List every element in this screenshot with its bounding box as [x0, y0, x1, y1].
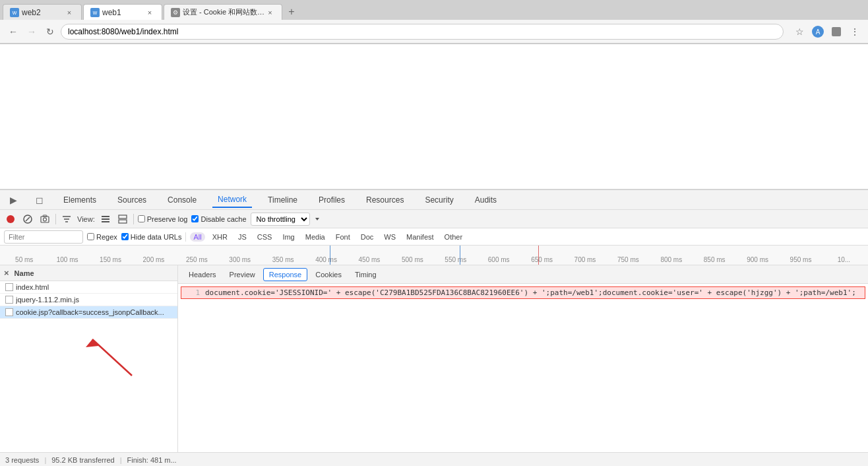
throttle-dropdown-icon — [314, 216, 321, 222]
url-bar[interactable] — [61, 24, 784, 40]
tl-50ms: 50 ms — [3, 256, 46, 263]
throttle-select[interactable]: No throttling — [251, 213, 310, 226]
preserve-log-checkbox-label[interactable]: Preserve log — [138, 215, 188, 223]
tl-500ms: 500 ms — [391, 256, 434, 263]
svg-rect-15 — [119, 220, 127, 223]
close-detail-button[interactable]: × — [4, 268, 9, 278]
filter-doc-btn[interactable]: Doc — [357, 232, 377, 242]
tab-sources[interactable]: Sources — [112, 193, 152, 207]
file-item-cookie[interactable]: cookie.jsp?callback=success_jsonpCallbac… — [0, 306, 177, 319]
address-bar: ← → ↻ ☆ A ⋮ — [0, 20, 868, 44]
svg-rect-2 — [832, 27, 841, 36]
tab-console[interactable]: Console — [162, 193, 202, 207]
filter-css-btn[interactable]: CSS — [254, 232, 276, 242]
extensions-button[interactable] — [828, 24, 844, 40]
disable-cache-checkbox-label[interactable]: Disable cache — [191, 215, 246, 223]
tab-security[interactable]: Security — [419, 193, 458, 207]
svg-text:A: A — [816, 28, 821, 36]
file-items: index.html jquery-1.11.2.min.js cookie.j… — [0, 281, 177, 452]
file-list: × Name index.html jquery-1.11.2.min.js c… — [0, 265, 178, 452]
tab-timeline[interactable]: Timeline — [263, 193, 303, 207]
filter-manifest-btn[interactable]: Manifest — [403, 232, 437, 242]
devtools-inspect-button[interactable]: ▶ — [5, 192, 21, 208]
tab-network[interactable]: Network — [212, 192, 252, 208]
preserve-log-label: Preserve log — [147, 215, 188, 223]
tab-audits[interactable]: Audits — [470, 193, 502, 207]
svg-rect-13 — [102, 221, 109, 222]
file-item-jquery[interactable]: jquery-1.11.2.min.js — [0, 294, 177, 306]
camera-icon — [40, 214, 50, 224]
file-list-name-header: Name — [15, 269, 34, 277]
browser-chrome: w web2 × w web1 × ⚙ 设置 - Cookie 和网站数据...… — [0, 0, 868, 44]
browser-actions: ☆ A ⋮ — [791, 24, 863, 40]
view-list-icon — [100, 214, 111, 224]
view-large-button[interactable] — [116, 213, 129, 226]
file-icon-cookie — [5, 308, 13, 316]
back-button[interactable]: ← — [5, 24, 21, 40]
filter-all-btn[interactable]: All — [190, 232, 204, 242]
tl-marker-red — [538, 246, 539, 265]
tab-web2[interactable]: w web2 × — [3, 4, 82, 20]
tab-resources[interactable]: Resources — [361, 193, 409, 207]
timeline-bar: 50 ms 100 ms 150 ms 200 ms 250 ms 300 ms… — [0, 246, 868, 265]
tl-marker-blue-1 — [330, 246, 330, 265]
tab-profiles[interactable]: Profiles — [313, 193, 350, 207]
regex-checkbox-label[interactable]: Regex — [87, 233, 117, 241]
tab-web2-close[interactable]: × — [64, 7, 75, 18]
hide-data-urls-label[interactable]: Hide data URLs — [121, 233, 182, 241]
filter-input[interactable] — [4, 230, 83, 244]
bookmark-button[interactable]: ☆ — [791, 24, 807, 40]
status-requests: 3 requests — [5, 456, 39, 464]
filter-xhr-btn[interactable]: XHR — [209, 232, 231, 242]
devtools-device-button[interactable]: ◻ — [32, 192, 47, 208]
detail-tab-headers[interactable]: Headers — [183, 269, 222, 281]
menu-button[interactable]: ⋮ — [847, 24, 863, 40]
status-finish: Finish: 481 m... — [127, 456, 176, 464]
filter-divider — [185, 232, 186, 242]
filter-media-btn[interactable]: Media — [302, 232, 328, 242]
tl-200ms: 200 ms — [132, 256, 175, 263]
tab-web1-icon: w — [90, 8, 100, 17]
file-icon-index — [5, 283, 13, 291]
svg-point-6 — [44, 218, 47, 221]
camera-button[interactable] — [38, 213, 51, 226]
status-transferred: 95.2 KB transferred — [51, 456, 114, 464]
status-sep-1: | — [44, 456, 46, 464]
filter-font-btn[interactable]: Font — [332, 232, 354, 242]
svg-rect-14 — [119, 215, 127, 218]
clear-button[interactable] — [21, 213, 34, 226]
detail-tab-timing[interactable]: Timing — [350, 269, 382, 281]
filter-ws-btn[interactable]: WS — [381, 232, 399, 242]
tab-settings-close[interactable]: × — [265, 7, 275, 18]
regex-label: Regex — [96, 233, 117, 241]
forward-button[interactable]: → — [24, 24, 40, 40]
hide-data-urls-text: Hide data URLs — [131, 233, 182, 241]
red-arrow-annotation — [79, 326, 158, 379]
tl-700ms: 700 ms — [563, 256, 606, 263]
tl-100ms: 100 ms — [46, 256, 88, 263]
tab-web1[interactable]: w web1 × — [83, 4, 162, 20]
hide-data-urls-checkbox[interactable] — [121, 233, 129, 240]
record-button[interactable] — [4, 213, 17, 226]
detail-tab-cookies[interactable]: Cookies — [310, 269, 347, 281]
regex-checkbox[interactable] — [87, 233, 94, 240]
tab-settings[interactable]: ⚙ 设置 - Cookie 和网站数据... × — [164, 4, 282, 20]
detail-tab-preview[interactable]: Preview — [224, 269, 261, 281]
profile-button[interactable]: A — [810, 24, 826, 40]
filter-img-btn[interactable]: Img — [279, 232, 297, 242]
preserve-log-checkbox[interactable] — [138, 215, 145, 222]
new-tab-button[interactable]: + — [284, 4, 299, 20]
file-item-index[interactable]: index.html — [0, 281, 177, 294]
disable-cache-checkbox[interactable] — [191, 215, 199, 222]
tab-web1-close[interactable]: × — [144, 7, 155, 18]
view-list-button[interactable] — [99, 213, 112, 226]
tab-elements[interactable]: Elements — [58, 193, 102, 207]
tl-300ms: 300 ms — [218, 256, 261, 263]
timeline-labels: 50 ms 100 ms 150 ms 200 ms 250 ms 300 ms… — [0, 256, 868, 263]
filter-js-btn[interactable]: JS — [235, 232, 250, 242]
filter-other-btn[interactable]: Other — [441, 232, 466, 242]
detail-tab-response[interactable]: Response — [263, 268, 308, 281]
reload-button[interactable]: ↻ — [42, 24, 58, 40]
svg-rect-5 — [41, 216, 49, 222]
filter-toggle-button[interactable] — [60, 213, 73, 226]
